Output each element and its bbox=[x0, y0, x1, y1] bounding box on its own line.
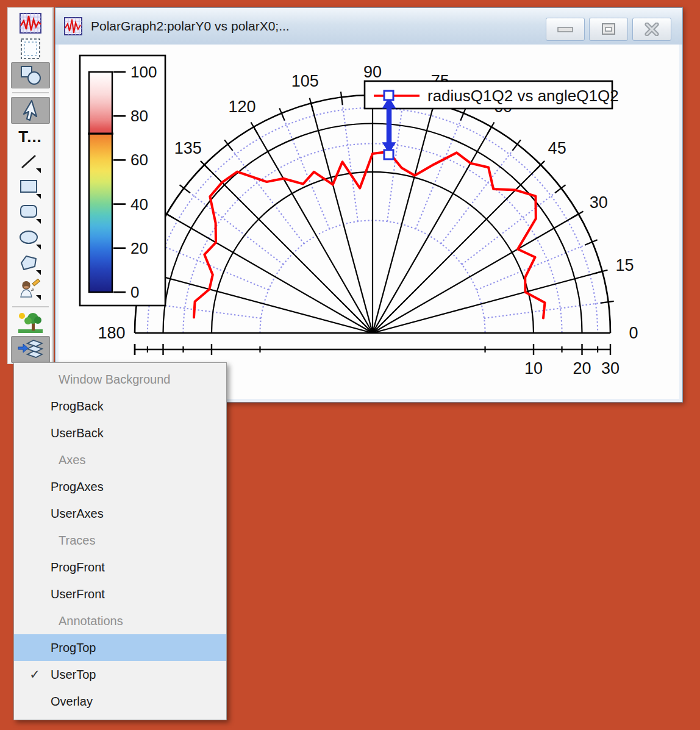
line-icon bbox=[18, 152, 43, 174]
menu-item-userback[interactable]: UserBack bbox=[14, 420, 226, 446]
menu-item-axes: Axes bbox=[14, 446, 226, 473]
menu-item-traces: Traces bbox=[14, 527, 226, 554]
menu-item-label: ProgAxes bbox=[51, 480, 104, 494]
arrow-tool[interactable] bbox=[11, 97, 50, 124]
spoke-line bbox=[254, 127, 373, 333]
minor-radial-gridline bbox=[476, 242, 592, 290]
menu-item-progfront[interactable]: ProgFront bbox=[14, 554, 226, 581]
menu-item-label: Annotations bbox=[59, 614, 123, 628]
shapes-icon bbox=[18, 64, 43, 86]
colorbar-tick-label: 0 bbox=[130, 283, 139, 301]
menu-item-progtop[interactable]: ProgTop bbox=[14, 634, 226, 661]
colorbar-legend[interactable]: 020406080100 bbox=[80, 55, 165, 306]
minor-radial-gridline bbox=[341, 97, 358, 221]
polar-plot: 0153045607590105120135150165180102030 02… bbox=[62, 45, 677, 400]
ellipse-tool[interactable] bbox=[13, 227, 48, 251]
restore-icon bbox=[601, 23, 616, 36]
window-title: PolarGraph2:polarY0 vs polarX0;... bbox=[91, 19, 290, 34]
angle-label: 120 bbox=[228, 98, 255, 116]
angle-label: 180 bbox=[98, 324, 125, 342]
polar-grid bbox=[131, 90, 613, 333]
menu-item-label: UserFront bbox=[51, 587, 105, 601]
trace-legend[interactable]: radiusQ1Q2 vs angleQ1Q2 bbox=[365, 81, 619, 109]
legend-label: radiusQ1Q2 vs angleQ1Q2 bbox=[427, 87, 619, 105]
angle-tick bbox=[595, 270, 607, 274]
angle-label: 135 bbox=[174, 139, 202, 157]
arrow-handle-bottom[interactable] bbox=[384, 150, 393, 159]
menu-item-label: Traces bbox=[59, 534, 95, 548]
line-tool[interactable] bbox=[13, 151, 48, 175]
graph-window: PolarGraph2:polarY0 vs polarX0;... bbox=[55, 7, 683, 403]
minimize-button[interactable] bbox=[546, 18, 585, 41]
spoke-line bbox=[166, 214, 373, 333]
menu-item-progaxes[interactable]: ProgAxes bbox=[14, 473, 226, 500]
cursor-arrow-icon bbox=[18, 99, 43, 122]
draw-person-tool[interactable] bbox=[13, 278, 48, 302]
menu-item-usertop[interactable]: ✓UserTop bbox=[14, 661, 226, 688]
menu-item-window-background: Window Background bbox=[14, 366, 226, 393]
menu-item-label: UserBack bbox=[51, 426, 104, 440]
arrow-handle-top[interactable] bbox=[384, 91, 393, 100]
colorbar-tick-label: 60 bbox=[130, 151, 148, 169]
rounded-rect-tool[interactable] bbox=[13, 201, 48, 226]
menu-item-label: UserAxes bbox=[51, 507, 104, 521]
window-graph-icon bbox=[64, 17, 82, 35]
menu-item-annotations: Annotations bbox=[14, 607, 226, 634]
spoke-line bbox=[373, 103, 434, 333]
tree-icon bbox=[17, 311, 44, 334]
scalebar-label: 10 bbox=[524, 359, 543, 378]
angle-label: 15 bbox=[615, 256, 634, 274]
spoke-line bbox=[204, 165, 373, 333]
shapes-tool[interactable] bbox=[11, 62, 50, 89]
colorbar-tick-label: 100 bbox=[130, 63, 157, 81]
angle-tick bbox=[601, 301, 614, 303]
text-tool-label: T... bbox=[18, 127, 42, 146]
minor-radial-gridline bbox=[282, 113, 330, 229]
close-icon bbox=[643, 23, 660, 36]
graph-content: 0153045607590105120135150165180102030 02… bbox=[55, 45, 682, 402]
angle-tick bbox=[341, 91, 343, 105]
page-select-tool[interactable] bbox=[13, 37, 48, 61]
person-pencil-icon bbox=[18, 279, 43, 302]
colorbar-tick-label: 80 bbox=[130, 107, 148, 125]
menu-item-label: ProgFront bbox=[51, 560, 105, 574]
toolbar-separator bbox=[12, 306, 49, 307]
graph-tool[interactable] bbox=[13, 11, 48, 35]
picture-tool[interactable] bbox=[13, 311, 48, 335]
text-tool[interactable]: T... bbox=[13, 125, 48, 149]
tool-palette: T... bbox=[7, 7, 54, 364]
rounded-rect-icon bbox=[18, 202, 43, 224]
window-controls bbox=[546, 18, 671, 41]
layers-tool[interactable] bbox=[11, 336, 50, 363]
layer-context-menu: Window BackgroundProgBackUserBackAxesPro… bbox=[13, 362, 227, 720]
menu-item-useraxes[interactable]: UserAxes bbox=[14, 500, 226, 527]
minimize-icon bbox=[556, 24, 574, 34]
colorbar-tick-label: 20 bbox=[130, 239, 148, 257]
spoke-line bbox=[373, 271, 602, 333]
angle-tick bbox=[310, 98, 313, 111]
colorbar-bar bbox=[89, 72, 112, 292]
angle-label: 30 bbox=[590, 193, 608, 212]
scalebar-label: 30 bbox=[601, 359, 620, 378]
menu-item-overlay[interactable]: Overlay bbox=[14, 688, 226, 715]
angle-label: 105 bbox=[291, 72, 319, 90]
angle-tick bbox=[535, 161, 545, 171]
ellipse-icon bbox=[18, 228, 43, 250]
double-arrow-icon bbox=[383, 98, 395, 152]
menu-item-userfront[interactable]: UserFront bbox=[14, 581, 226, 607]
angle-label: 90 bbox=[363, 63, 382, 81]
colorbar-tick-label: 40 bbox=[130, 195, 148, 213]
spoke-line bbox=[143, 271, 373, 333]
angle-label: 45 bbox=[548, 139, 566, 157]
polygon-tool[interactable] bbox=[13, 252, 48, 277]
spoke-line bbox=[373, 214, 579, 333]
minor-radial-gridline bbox=[484, 302, 609, 318]
checkmark-icon: ✓ bbox=[24, 667, 46, 682]
menu-item-progback[interactable]: ProgBack bbox=[14, 393, 226, 420]
menu-item-label: Overlay bbox=[51, 695, 93, 709]
restore-button[interactable] bbox=[589, 18, 628, 41]
close-button[interactable] bbox=[632, 18, 671, 41]
title-bar[interactable]: PolarGraph2:polarY0 vs polarX0;... bbox=[55, 8, 682, 45]
graph-icon bbox=[18, 12, 43, 34]
rectangle-tool[interactable] bbox=[13, 176, 48, 201]
